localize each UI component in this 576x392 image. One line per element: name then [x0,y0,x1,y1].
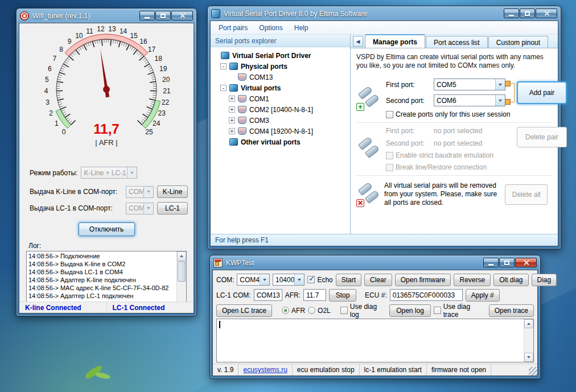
tree-item[interactable]: - Physical ports [212,61,349,72]
afr-input[interactable]: 11.7 [303,289,326,301]
menu-item[interactable]: Port pairs [213,22,253,34]
tree-item[interactable]: - Virtual ports [212,82,349,93]
maximize-button[interactable] [155,11,171,20]
close-button[interactable] [515,258,537,267]
toolbar-button[interactable]: Start [336,274,361,286]
kwptest-titlebar[interactable]: KWPTest [210,255,540,270]
maximize-icon [161,14,166,18]
second-port-select[interactable]: COM6 [434,94,505,106]
tree-item[interactable]: + COM3 [212,115,349,126]
scroll-up-button[interactable] [524,319,533,328]
log-entry: 14:08:56-> Выдача LC-1 в COM4 [28,268,175,276]
maximize-button[interactable] [499,258,515,267]
kline-button[interactable]: K-Line [157,185,188,198]
tree-expander-icon[interactable]: + [229,106,235,113]
toolbar-button[interactable]: Open firmware [395,274,451,286]
session-checkbox[interactable]: Create ports only for this user session [386,110,570,118]
kwptest-app-icon [213,258,223,267]
checkbox-icon [386,152,393,159]
status-segment: ecusystems.ru [238,364,292,376]
lc1-com-input[interactable]: COM13 [254,289,282,301]
minimize-button[interactable] [483,258,499,267]
open-log-button[interactable]: Open log [389,304,431,317]
add-pair-button[interactable]: Add pair [517,81,567,104]
close-button[interactable] [171,11,193,20]
afr-gauge: 0123456789101112131415161718192021222324… [40,26,173,162]
scroll-down-button[interactable] [524,353,533,362]
tab[interactable]: Custom pinout [488,36,548,48]
com-select[interactable]: COM4 [237,274,270,286]
kline-port-row: Выдача K-Line в COM-порт: COM2 K-Line [19,185,194,198]
tree-item[interactable]: + COM2 [10400-N-8-1] [212,104,349,115]
tree-item-label: Physical ports [241,63,287,71]
svg-text:22: 22 [162,98,170,106]
desktop-sprout-decoration [95,371,111,381]
tree-item[interactable]: Other virtual ports [212,137,349,147]
terminal-scrollbar[interactable] [524,319,533,362]
tree-expander-icon[interactable]: + [229,96,235,102]
close-button[interactable] [536,9,557,18]
tree-expander-icon[interactable]: + [229,117,235,123]
delete-pair-button[interactable]: Delete pair [517,127,567,147]
tab[interactable]: Manage ports [365,34,425,48]
vspd-titlebar[interactable]: Virtual Serial Port Driver 8.0 by Eltima… [208,6,561,20]
delete-pair-section: First port: no port selected Second port… [356,122,552,175]
afr-radio[interactable]: AFR [282,307,305,315]
afr-radio-label: AFR [291,307,305,315]
disconnect-button[interactable]: Отключить [79,222,135,236]
mode-select[interactable]: K-Line + LC-1 [81,167,137,179]
use-diag-log-checkbox[interactable]: Use diag log [340,303,386,319]
open-trace-button[interactable]: Open trace [489,304,534,317]
tab[interactable]: Port access list [426,36,488,48]
scrollbar-thumb[interactable] [178,261,186,282]
tree-expander-icon[interactable]: - [220,63,227,69]
tab-scroll-left-button[interactable]: ◀ [353,36,363,47]
toolbar-button[interactable]: Clear [364,274,392,286]
lc1-port-select[interactable]: COM4 [126,203,154,214]
baudrate-checkbox[interactable]: Enable strict baudrate emulation [386,151,570,159]
svg-text:9: 9 [68,38,72,46]
minimize-button[interactable] [504,9,519,18]
mode-select-value: K-Line + LC-1 [81,169,127,177]
tree-item-label: COM3 [249,117,269,125]
mode-label: Режим работы: [30,169,77,177]
svg-text:23: 23 [158,109,166,117]
apply-button[interactable]: Apply # [466,289,500,302]
scroll-up-button[interactable] [177,251,186,261]
o2l-radio[interactable]: O2L [308,307,331,315]
toolbar-button[interactable]: Diag [532,274,557,286]
resize-grip[interactable] [529,367,537,376]
toolbar-button[interactable]: Reverse [454,274,491,286]
lc1-button[interactable]: LC-1 [157,202,188,214]
tree-item[interactable]: + COM1 [212,93,349,104]
stop-button[interactable]: Stop [329,289,356,302]
menu-item[interactable]: Help [289,22,314,34]
kline-port-select[interactable]: COM2 [126,186,154,198]
open-lc-trace-button[interactable]: Open LC trace [216,304,272,317]
menu-item[interactable]: Options [253,22,288,34]
tree-item[interactable]: COM13 [212,72,349,82]
chevron-down-icon [143,203,153,214]
tree-expander-icon[interactable]: + [229,128,235,134]
breakline-checkbox[interactable]: Break line/Restore connection [386,163,570,171]
breakline-checkbox-label: Break line/Restore connection [396,163,487,171]
delete-all-button[interactable]: Delete all [505,184,548,205]
wifi-tuner-window: Wifi_tuner (rev.1.1) 0123456789101112131… [16,8,197,316]
tree-item[interactable]: Virtual Serial Port Driver [212,50,349,61]
minimize-button[interactable] [139,11,155,20]
maximize-button[interactable] [520,9,535,18]
tree-expander-icon[interactable]: - [220,85,227,91]
wifi-tuner-titlebar[interactable]: Wifi_tuner (rev.1.1) [17,9,196,23]
pair-link-bracket [508,83,515,102]
toolbar-button[interactable]: Olt diag [493,274,528,286]
ecu-input[interactable]: 0136575C0F000033 [390,289,463,301]
svg-text:15: 15 [130,32,138,40]
baud-select[interactable]: 10400 [273,274,305,286]
echo-checkbox[interactable]: Echo [307,276,332,284]
first-port-select[interactable]: COM5 [434,79,505,90]
terminal-output[interactable] [216,319,534,362]
second-port-label: Second port: [386,97,434,105]
use-diag-trace-checkbox[interactable]: Use diag trace [434,303,486,319]
log-entry: 14:08:56-> Адаптер K-line подключен [28,276,175,284]
tree-item[interactable]: + COM4 [19200-N-8-1] [212,126,349,137]
